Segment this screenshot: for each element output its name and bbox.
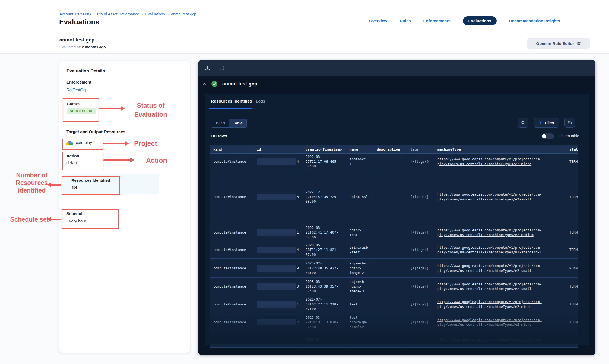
cell-name <box>346 331 373 347</box>
resources-annotation-arrow <box>51 184 61 186</box>
page-title: Evaluations <box>59 18 99 26</box>
result-header-row: anmol-test-gcp <box>202 80 257 87</box>
copy-button[interactable] <box>564 118 575 128</box>
cell-machine-type: https://www.googleapis.com/compute/v1/pr… <box>434 278 566 295</box>
evaluated-at-label: Evaluated at: <box>59 45 81 49</box>
column-header-name: name <box>346 145 373 153</box>
cell-tags-expander[interactable]: [+]tags{} <box>407 313 434 331</box>
nav-overview[interactable]: Overview <box>369 18 387 23</box>
machine-type-link[interactable]: https://www.googleapis.com/compute/v1/pr… <box>437 299 545 309</box>
cell-creation-timestamp: 2022-04- <box>302 331 346 347</box>
machine-type-link[interactable]: https://www.googleapis.com/compute/v1/pr… <box>437 337 542 342</box>
tab-logs[interactable]: Logs <box>256 99 265 104</box>
nav-recommendation-insights[interactable]: Recommendation Insights <box>509 18 560 23</box>
evaluated-at-value: 2 months ago <box>82 45 106 49</box>
collapse-chevron-button[interactable] <box>202 82 207 86</box>
cell-name: nginx-ssl <box>346 170 373 224</box>
cell-name: test-gcpvm-qa-ccmplay <box>346 313 373 331</box>
cell-id: 1 <box>253 295 302 313</box>
id-visible-suffix: 4 <box>297 159 299 164</box>
result-title: anmol-test-gcp <box>222 81 257 87</box>
cell-name: sujeesh-nginx-image-3 <box>346 278 373 295</box>
download-button[interactable] <box>205 65 210 71</box>
redacted-id-box <box>257 265 296 272</box>
cell-tags-expander[interactable]: [+]tags{} <box>407 241 434 258</box>
search-button[interactable] <box>518 118 528 128</box>
cell-tags-expander[interactable]: [+]tags{} <box>407 295 434 313</box>
tab-resources-identified[interactable]: Resources Identified <box>211 99 252 104</box>
nav-evaluations-active[interactable]: Evaluations <box>463 16 497 25</box>
cell-name: instance-1 <box>346 154 373 170</box>
cell-creation-timestamp: 2022-03-21T02:41:17.407-07:00 <box>302 224 346 241</box>
resources-identified-value: 18 <box>71 185 77 191</box>
cell-id: 3 <box>253 278 302 295</box>
cell-name: sujeesh-nginx-image-2 <box>346 259 373 277</box>
table-row: compute#instance 4 2020-05-28T11:27:11.8… <box>210 241 578 259</box>
cell-description <box>373 154 407 170</box>
cell-id: 4 <box>253 241 302 258</box>
table-row: compute#instance 1 2021-07-02T02:27:11.2… <box>210 295 578 313</box>
status-annotation-arrow <box>99 108 121 109</box>
status-annotation-text: Status of Evaluation <box>127 101 175 119</box>
view-mode-json[interactable]: JSON <box>211 119 229 127</box>
open-in-rule-editor-button[interactable]: Open in Rule Editor <box>527 38 590 49</box>
column-header-id: id <box>253 145 302 153</box>
flatten-table-switch[interactable] <box>541 133 554 139</box>
project-annotation-arrow <box>103 143 125 144</box>
cell-kind: compute#instance <box>210 154 253 170</box>
fullscreen-button[interactable] <box>219 65 225 71</box>
cell-name: test <box>346 295 373 313</box>
table-row: compute#instance 3 2023-03-16T23:43:39.3… <box>210 278 578 295</box>
cell-tags-expander[interactable]: [+]tags{} <box>407 278 434 295</box>
table-row: compute#instance 3 2022-12-22T04:57:35.7… <box>210 170 578 224</box>
fullscreen-icon <box>219 65 225 71</box>
cell-machine-type: https://www.googleapis.com/compute/v1/pr… <box>434 224 566 241</box>
machine-type-link[interactable]: https://www.googleapis.com/compute/v1/pr… <box>437 282 545 291</box>
cell-id: 4 <box>253 154 302 170</box>
machine-type-link[interactable]: https://www.googleapis.com/compute/v1/pr… <box>437 263 545 273</box>
switch-knob <box>542 134 546 138</box>
active-tab-underline <box>209 108 252 109</box>
results-panel-toolbar <box>198 60 595 76</box>
enforcement-link[interactable]: RajTestGcp <box>66 87 88 92</box>
action-annotation-arrow <box>103 159 131 161</box>
cell-tags-expander[interactable]: [+]tags{} <box>407 224 434 241</box>
breadcrumb-cloud-asset-governance[interactable]: Cloud Asset Governance <box>97 12 139 16</box>
project-row[interactable]: ccm-play <box>66 140 92 145</box>
card-divider <box>63 202 182 202</box>
machine-type-link[interactable]: https://www.googleapis.com/compute/v1/pr… <box>437 192 545 202</box>
cell-status: TERMINATED <box>566 278 578 295</box>
cell-name: srinivasb-test <box>346 241 373 258</box>
cell-tags-expander[interactable]: [+]tags{} <box>407 154 434 170</box>
machine-type-link[interactable]: https://www.googleapis.com/compute/v1/pr… <box>437 318 545 327</box>
breadcrumb-account[interactable]: Account: CCM-NG <box>59 12 91 16</box>
cell-kind: compute#instance <box>210 278 253 295</box>
machine-type-link[interactable]: https://www.googleapis.com/compute/v1/pr… <box>437 245 545 255</box>
machine-type-link[interactable]: https://www.googleapis.com/compute/v1/pr… <box>437 228 545 237</box>
filter-button[interactable]: Filter <box>534 118 559 128</box>
id-visible-suffix: 4 <box>297 247 299 252</box>
cell-kind: compute#instance <box>210 224 253 241</box>
view-mode-toggle: JSON Table <box>211 119 247 128</box>
cell-kind: compute#instance <box>210 241 253 258</box>
cell-tags-expander[interactable] <box>407 331 434 347</box>
table-row: compute#instance 9 2023-02-02T22:40:35.4… <box>210 259 578 278</box>
cell-status: TERMINATED <box>566 154 578 170</box>
breadcrumb-separator: › <box>167 12 169 16</box>
target-output-title: Target and Output Resources <box>66 129 125 134</box>
column-header-kind: kind <box>210 145 253 153</box>
cell-tags-expander[interactable]: [+]tags{} <box>407 170 434 224</box>
machine-type-link[interactable]: https://www.googleapis.com/compute/v1/pr… <box>437 157 545 166</box>
nav-enforcements[interactable]: Enforcements <box>423 18 451 23</box>
redacted-id-box <box>257 229 296 236</box>
cell-creation-timestamp: 2021-07-02T02:27:11.218-07:00 <box>302 295 346 313</box>
cell-description <box>373 170 407 224</box>
table-row: compute#instance 7 2023-03-28T04:31:13.0… <box>210 313 578 331</box>
breadcrumb-current[interactable]: anmol-test-gcp <box>171 12 196 16</box>
nav-rules[interactable]: Rules <box>400 18 411 23</box>
breadcrumb-evaluations[interactable]: Evaluations <box>145 12 165 16</box>
cell-tags-expander[interactable]: [+]tags{} <box>407 259 434 277</box>
view-mode-table[interactable]: Table <box>229 119 246 127</box>
cell-id <box>253 331 302 347</box>
cell-description <box>373 295 407 313</box>
